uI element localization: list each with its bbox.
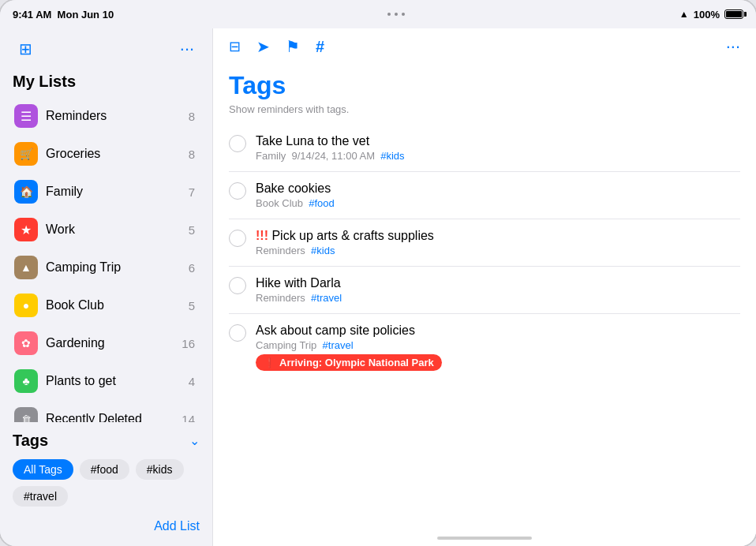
reminder-body-pick-up-arts: !!! Pick up arts & crafts supplies Remin… (256, 229, 740, 256)
groceries-label: Groceries (46, 147, 189, 161)
my-lists-header: My Lists (0, 69, 212, 97)
camping-count: 6 (189, 261, 195, 275)
sidebar-item-plants[interactable]: ♣ Plants to get 4 (5, 362, 208, 400)
family-count: 7 (189, 185, 195, 199)
tag-food[interactable]: #food (80, 459, 129, 480)
tag-travel-link[interactable]: #travel (311, 292, 342, 304)
recently-deleted-label: Recently Deleted (46, 412, 182, 422)
status-center (387, 13, 405, 16)
reminder-checkbox-camp-policies[interactable] (229, 324, 246, 342)
status-dot-3 (402, 13, 405, 16)
main-toolbar: ⊟ ➤ ⚑ # ··· (213, 28, 756, 65)
book-club-count: 5 (189, 299, 195, 312)
family-label: Family (46, 185, 189, 199)
main-title: Tags (229, 65, 740, 103)
status-dot-2 (395, 13, 398, 16)
list-items: ☰ Reminders 8 🛒 Groceries 8 🏠 Family 7 (0, 97, 212, 422)
reminder-item-bake-cookies: Bake cookies Book Club #food (229, 172, 740, 219)
sidebar-item-camping-trip[interactable]: ▲ Camping Trip 6 (5, 249, 208, 286)
add-list-button[interactable]: Add List (154, 519, 200, 533)
battery-icon (724, 9, 743, 19)
sidebar-item-gardening[interactable]: ✿ Gardening 16 (5, 324, 208, 362)
tag-all-tags[interactable]: All Tags (13, 459, 73, 480)
tag-travel[interactable]: #travel (13, 486, 68, 507)
tag-pills-container: All Tags #food #kids #travel (0, 456, 212, 510)
main-content: ⊞ ··· My Lists ☰ Reminders 8 🛒 Groceries… (0, 28, 756, 546)
reminder-body-bake-cookies: Bake cookies Book Club #food (256, 181, 740, 209)
tag-food-link[interactable]: #food (309, 197, 335, 209)
reminder-checkbox-pick-up-arts[interactable] (229, 230, 246, 247)
reminder-title-take-luna: Take Luna to the vet (256, 134, 740, 148)
work-count: 5 (189, 223, 195, 237)
ipad-frame: 9:41 AM Mon Jun 10 ▲ 100% ⊞ ··· My Lists (0, 0, 756, 546)
groceries-icon: 🛒 (14, 142, 38, 166)
home-indicator (213, 530, 756, 546)
plants-icon: ♣ (14, 369, 38, 393)
sidebar-toolbar: ⊞ ··· (0, 28, 212, 69)
toolbar-grid-icon[interactable]: ⊟ (229, 38, 241, 55)
reminder-body-hike-darla: Hike with Darla Reminders #travel (256, 276, 740, 304)
reminder-item-pick-up-arts: !!! Pick up arts & crafts supplies Remin… (229, 219, 740, 267)
sidebar-item-reminders[interactable]: ☰ Reminders 8 (5, 97, 208, 135)
sidebar-more-button[interactable]: ··· (174, 36, 200, 62)
status-bar: 9:41 AM Mon Jun 10 ▲ 100% (0, 0, 756, 28)
reminder-meta-take-luna: Family 9/14/24, 11:00 AM #kids (256, 150, 740, 162)
tags-section-header[interactable]: Tags ⌄ (0, 428, 212, 456)
family-icon: 🏠 (14, 180, 38, 204)
recently-deleted-icon: 🗑 (14, 407, 38, 422)
sidebar-panel-toggle[interactable]: ⊞ (13, 36, 38, 62)
book-club-icon: ● (14, 294, 38, 317)
gardening-count: 16 (182, 337, 195, 350)
sidebar-item-recently-deleted[interactable]: 🗑 Recently Deleted 14 (5, 400, 208, 422)
reminders-label: Reminders (46, 109, 189, 123)
tags-section-label: Tags (13, 432, 48, 450)
exclamation-mark: !!! (256, 229, 271, 242)
tags-section: Tags ⌄ All Tags #food #kids #travel (0, 422, 212, 513)
reminder-checkbox-take-luna[interactable] (229, 135, 246, 152)
main-panel: ⊟ ➤ ⚑ # ··· Tags Show reminders with tag… (213, 28, 756, 546)
main-subtitle: Show reminders with tags. (229, 103, 740, 115)
reminder-title-camp-policies: Ask about camp site policies (256, 323, 740, 338)
reminder-meta-bake-cookies: Book Club #food (256, 197, 740, 209)
work-icon: ★ (14, 218, 38, 241)
reminder-checkbox-bake-cookies[interactable] (229, 182, 246, 200)
arriving-exclamation-icon: ❗ (264, 357, 275, 368)
home-bar (437, 537, 532, 540)
sidebar-item-book-club[interactable]: ● Book Club 5 (5, 286, 208, 324)
reminder-checkbox-hike-darla[interactable] (229, 277, 246, 294)
sidebar-item-work[interactable]: ★ Work 5 (5, 211, 208, 249)
reminder-list: Take Luna to the vet Family 9/14/24, 11:… (229, 125, 740, 380)
reminder-title-hike-darla: Hike with Darla (256, 276, 740, 290)
plants-count: 4 (189, 375, 195, 388)
toolbar-more-icon[interactable]: ··· (726, 36, 740, 57)
tags-chevron-icon: ⌄ (189, 433, 200, 448)
recently-deleted-count: 14 (182, 413, 195, 423)
plants-label: Plants to get (46, 374, 189, 388)
camping-icon: ▲ (14, 256, 38, 279)
reminder-meta-camp-policies: Camping Trip #travel (256, 339, 740, 351)
book-club-label: Book Club (46, 298, 189, 312)
status-right: ▲ 100% (679, 9, 743, 21)
groceries-count: 8 (189, 148, 195, 161)
toolbar-flag-icon[interactable]: ⚑ (286, 37, 300, 56)
reminder-item-camp-policies: Ask about camp site policies Camping Tri… (229, 314, 740, 380)
toolbar-location-icon[interactable]: ➤ (256, 37, 270, 56)
arriving-label: Arriving: Olympic National Park (279, 357, 434, 368)
arriving-badge: ❗ Arriving: Olympic National Park (256, 354, 442, 371)
sidebar-item-groceries[interactable]: 🛒 Groceries 8 (5, 135, 208, 173)
reminders-icon: ☰ (14, 104, 38, 128)
tag-kids-link-2[interactable]: #kids (311, 245, 335, 256)
gardening-icon: ✿ (14, 331, 38, 355)
wifi-icon: ▲ (679, 9, 689, 20)
battery-fill (726, 11, 742, 17)
tag-travel-link-2[interactable]: #travel (323, 339, 354, 351)
toolbar-hashtag-icon[interactable]: # (316, 38, 324, 56)
tag-kids[interactable]: #kids (136, 459, 184, 480)
reminder-title-bake-cookies: Bake cookies (256, 181, 740, 196)
status-dot-1 (387, 13, 391, 16)
reminder-meta-pick-up-arts: Reminders #kids (256, 245, 740, 256)
reminders-count: 8 (189, 110, 195, 123)
status-time: 9:41 AM Mon Jun 10 (13, 9, 114, 21)
tag-kids-link[interactable]: #kids (380, 150, 404, 162)
sidebar-item-family[interactable]: 🏠 Family 7 (5, 173, 208, 211)
